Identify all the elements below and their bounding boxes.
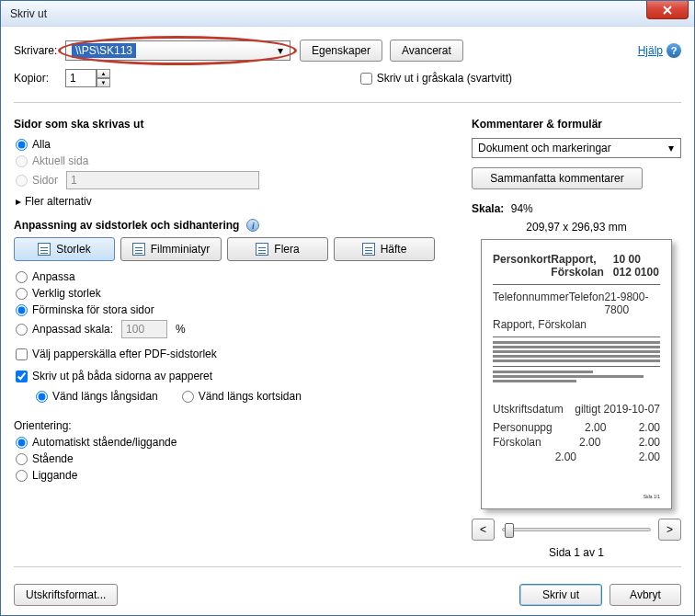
thumbnails-tab[interactable]: Filmminiatyr <box>120 237 222 261</box>
orient-auto-radio[interactable] <box>16 437 28 449</box>
booklet-icon <box>362 243 375 256</box>
duplex-label: Skriv ut på båda sidorna av papperet <box>32 370 212 382</box>
grayscale-label: Skriv ut i gråskala (svartvitt) <box>377 72 512 85</box>
print-button[interactable]: Skriv ut <box>519 584 602 606</box>
multiple-tab[interactable]: Flera <box>227 237 328 261</box>
help-icon: ? <box>667 43 681 58</box>
page-dimensions: 209,97 x 296,93 mm <box>472 221 681 234</box>
more-options-expander[interactable]: ▸ Fler alternativ <box>16 195 455 208</box>
spin-down-button[interactable]: ▼ <box>97 78 110 87</box>
orientation-label: Orientering: <box>14 419 455 432</box>
orient-portrait-label: Stående <box>32 452 74 465</box>
sizing-heading: Anpassning av sidstorlek och sidhanterin… <box>14 219 239 232</box>
pages-range-input <box>66 171 259 189</box>
page-preview: PersonkortRapport, Förskolan10 00 012 01… <box>481 239 672 509</box>
orient-landscape-radio[interactable] <box>16 470 28 482</box>
titlebar: Skriv ut <box>1 1 694 27</box>
advanced-button[interactable]: Avancerat <box>390 40 463 62</box>
page-indicator: Sida 1 av 1 <box>472 546 681 559</box>
size-tab[interactable]: Storlek <box>14 237 115 261</box>
close-icon <box>663 6 672 15</box>
custom-scale-radio[interactable] <box>16 324 28 336</box>
next-page-button[interactable]: > <box>658 519 681 541</box>
summarize-button[interactable]: Sammanfatta kommentarer <box>472 167 643 189</box>
copies-spinner[interactable]: ▲ ▼ <box>97 69 110 87</box>
pages-all-label: Alla <box>32 138 51 151</box>
chevron-down-icon: ▾ <box>274 44 287 57</box>
orient-portrait-radio[interactable] <box>16 453 28 465</box>
close-button[interactable] <box>646 1 689 19</box>
help-link[interactable]: Hjälp ? <box>638 43 681 58</box>
printer-label: Skrivare: <box>14 44 65 57</box>
printer-select[interactable]: \\PS\SK113 ▾ <box>65 40 291 61</box>
pages-all-radio[interactable] <box>16 139 28 151</box>
actual-label: Verklig storlek <box>32 287 101 300</box>
pages-current-label: Aktuell sida <box>32 154 88 167</box>
multiple-icon <box>256 243 268 256</box>
booklet-tab[interactable]: Häfte <box>334 237 435 261</box>
thumbnails-icon <box>132 243 145 256</box>
page-setup-button[interactable]: Utskriftsformat... <box>14 584 118 606</box>
flip-long-radio[interactable] <box>36 391 48 403</box>
orient-landscape-label: Liggande <box>32 469 77 482</box>
comments-heading: Kommentarer & formulär <box>472 118 681 131</box>
comments-selected: Dokument och markeringar <box>478 142 611 154</box>
scale-text-label: Skala: <box>472 202 504 215</box>
help-text: Hjälp <box>638 44 663 57</box>
chevron-right-icon: ▸ <box>16 195 21 208</box>
copies-input[interactable] <box>65 69 97 87</box>
slider-thumb[interactable] <box>505 523 514 538</box>
flip-long-label: Vänd längs långsidan <box>52 390 158 403</box>
page-slider[interactable] <box>502 528 651 531</box>
shrink-label: Förminska för stora sidor <box>32 303 154 316</box>
flip-short-label: Vänd längs kortsidan <box>199 390 302 403</box>
spin-up-button[interactable]: ▲ <box>97 69 110 78</box>
printer-value: \\PS\SK113 <box>72 43 136 58</box>
flip-short-radio[interactable] <box>182 391 194 403</box>
prev-page-button[interactable]: < <box>472 519 495 541</box>
scale-value: 94% <box>511 202 533 215</box>
copies-label: Kopior: <box>14 72 65 85</box>
fit-radio[interactable] <box>16 271 28 283</box>
more-options-label: Fler alternativ <box>25 195 92 208</box>
custom-scale-input <box>121 320 167 338</box>
info-icon[interactable]: i <box>246 219 259 232</box>
shrink-radio[interactable] <box>16 304 28 316</box>
pages-range-radio <box>16 175 28 187</box>
pages-range-label: Sidor <box>32 174 58 187</box>
chevron-down-icon: ▾ <box>665 142 678 154</box>
page-icon <box>38 243 51 256</box>
duplex-checkbox[interactable] <box>16 371 28 382</box>
pages-heading: Sidor som ska skrivas ut <box>14 118 455 131</box>
properties-button[interactable]: Egenskaper <box>300 40 382 62</box>
actual-radio[interactable] <box>16 288 28 300</box>
paper-source-label: Välj papperskälla efter PDF-sidstorlek <box>32 348 217 360</box>
fit-label: Anpassa <box>32 270 75 283</box>
orient-auto-label: Automatiskt stående/liggande <box>32 436 177 449</box>
comments-select[interactable]: Dokument och markeringar ▾ <box>472 138 681 158</box>
custom-scale-unit: % <box>176 323 186 336</box>
window-title: Skriv ut <box>10 7 47 20</box>
custom-scale-label: Anpassad skala: <box>32 323 113 336</box>
pages-current-radio <box>16 155 28 167</box>
paper-source-checkbox[interactable] <box>16 348 28 360</box>
grayscale-checkbox[interactable] <box>360 73 372 85</box>
cancel-button[interactable]: Avbryt <box>610 584 681 606</box>
